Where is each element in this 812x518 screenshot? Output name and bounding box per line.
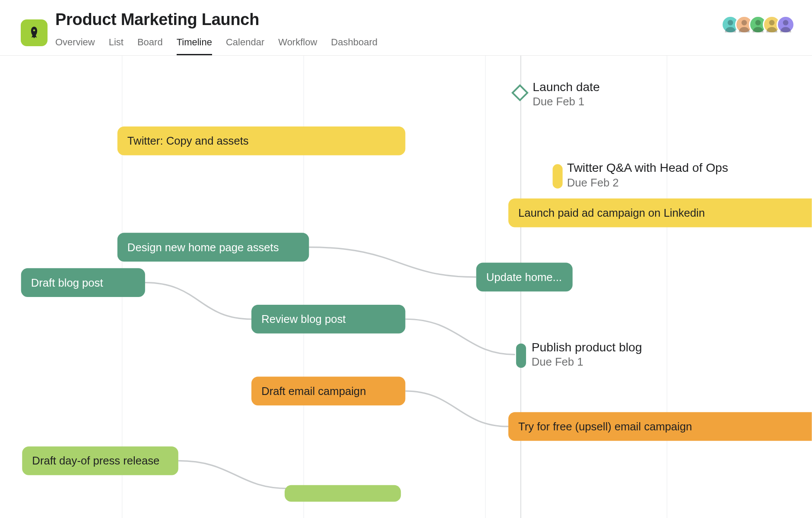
- project-members[interactable]: [726, 16, 795, 34]
- svg-point-4: [769, 20, 775, 25]
- tab-overview[interactable]: Overview: [55, 33, 95, 55]
- task-publish-blog-pill[interactable]: [516, 344, 526, 368]
- task-twitter-qa-pill[interactable]: [552, 164, 562, 188]
- svg-point-0: [33, 29, 35, 32]
- tab-board[interactable]: Board: [137, 33, 163, 55]
- milestone-due: Due Feb 1: [533, 95, 599, 108]
- task-design-home[interactable]: Design new home page assets: [117, 233, 309, 262]
- view-tabs: Overview List Board Timeline Calendar Wo…: [55, 33, 377, 55]
- task-review-blog[interactable]: Review blog post: [251, 305, 405, 334]
- project-header: Product Marketing Launch Overview List B…: [0, 0, 812, 56]
- milestone-title: Launch date: [533, 80, 599, 94]
- task-publish-blog-label[interactable]: Publish product blog Due Feb 1: [532, 340, 642, 368]
- tab-dashboard[interactable]: Dashboard: [331, 33, 377, 55]
- svg-point-3: [755, 20, 761, 25]
- task-due: Due Feb 2: [567, 176, 728, 189]
- task-draft-email[interactable]: Draft email campaign: [251, 377, 405, 406]
- tab-workflow[interactable]: Workflow: [278, 33, 317, 55]
- timeline-canvas[interactable]: Launch date Due Feb 1 Twitter: Copy and …: [0, 56, 812, 518]
- svg-point-1: [728, 20, 733, 25]
- rocket-icon: [27, 25, 41, 40]
- task-cut-off[interactable]: [285, 485, 401, 502]
- avatar[interactable]: [777, 16, 795, 34]
- timeline-gridline: [667, 56, 667, 518]
- task-update-home[interactable]: Update home...: [476, 262, 573, 291]
- task-twitter-qa-label[interactable]: Twitter Q&A with Head of Ops Due Feb 2: [567, 161, 728, 189]
- task-twitter-copy[interactable]: Twitter: Copy and assets: [117, 126, 406, 155]
- person-icon: [778, 17, 793, 32]
- task-title: Publish product blog: [532, 340, 642, 354]
- task-press-release[interactable]: Draft day-of press release: [22, 446, 178, 475]
- svg-point-5: [783, 20, 789, 25]
- project-icon: [21, 19, 48, 46]
- svg-point-2: [742, 20, 747, 25]
- task-linkedin-ads[interactable]: Launch paid ad campaign on Linkedin: [508, 199, 812, 227]
- timeline-gridline: [304, 56, 304, 518]
- task-draft-blog[interactable]: Draft blog post: [21, 268, 145, 297]
- tab-calendar[interactable]: Calendar: [226, 33, 264, 55]
- task-due: Due Feb 1: [532, 356, 642, 368]
- milestone-marker-icon[interactable]: [511, 84, 529, 101]
- task-title: Twitter Q&A with Head of Ops: [567, 161, 728, 175]
- milestone-label[interactable]: Launch date Due Feb 1: [533, 80, 599, 108]
- tab-list[interactable]: List: [109, 33, 124, 55]
- task-upsell-email[interactable]: Try for free (upsell) email campaign: [508, 412, 812, 441]
- tab-timeline[interactable]: Timeline: [177, 33, 212, 55]
- project-title: Product Marketing Launch: [55, 10, 377, 29]
